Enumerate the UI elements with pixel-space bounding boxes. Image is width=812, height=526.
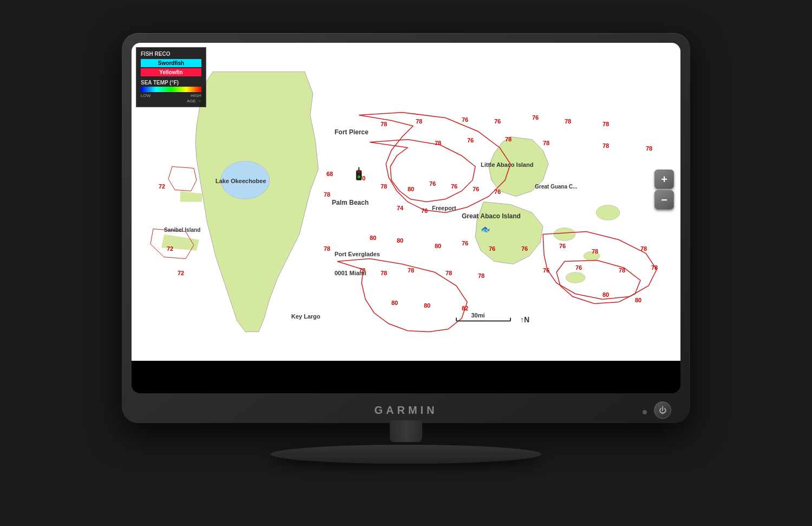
- power-icon: ⏻: [659, 406, 666, 414]
- sea-temp-bar: [141, 87, 201, 92]
- svg-text:0001 Miami: 0001 Miami: [335, 269, 366, 276]
- svg-text:78: 78: [381, 183, 387, 189]
- svg-point-2: [554, 228, 575, 241]
- svg-text:78: 78: [646, 145, 652, 151]
- svg-text:78: 78: [619, 267, 625, 273]
- svg-text:74: 74: [397, 204, 404, 211]
- age-label: AGE →: [141, 99, 201, 103]
- svg-text:72: 72: [159, 183, 165, 189]
- svg-text:78: 78: [603, 142, 609, 148]
- svg-text:76: 76: [462, 116, 468, 122]
- sea-temp-title: SEA TEMP (°F): [141, 80, 201, 86]
- svg-text:Palm Beach: Palm Beach: [332, 198, 369, 206]
- svg-text:78: 78: [651, 264, 658, 270]
- svg-text:78: 78: [505, 135, 512, 142]
- svg-text:76: 76: [467, 137, 474, 143]
- svg-text:76: 76: [451, 183, 457, 189]
- fish-reco-title: FISH RECO: [141, 51, 201, 57]
- svg-text:Great Guana C...: Great Guana C...: [535, 183, 578, 189]
- swordfish-legend: Swordfish: [141, 59, 201, 67]
- stand-base: [271, 445, 541, 464]
- zoom-out-button[interactable]: −: [654, 190, 674, 210]
- power-button[interactable]: ⏻: [654, 401, 671, 419]
- sea-temp-labels: LOW HIGH: [141, 93, 201, 98]
- svg-rect-70: [358, 167, 359, 174]
- screen-bezel: Fort Pierce Lake Okeechobee Palm Beach L…: [132, 43, 680, 393]
- svg-text:↑N: ↑N: [520, 315, 529, 323]
- svg-text:80: 80: [408, 185, 414, 192]
- svg-point-71: [357, 175, 361, 178]
- svg-text:80: 80: [603, 291, 609, 297]
- sea-temp-low: LOW: [141, 93, 150, 98]
- svg-text:76: 76: [421, 207, 428, 213]
- sea-temp-high: HIGH: [191, 93, 201, 98]
- svg-text:Port Everglades: Port Everglades: [335, 250, 380, 257]
- svg-text:78: 78: [324, 245, 330, 251]
- map-area[interactable]: Fort Pierce Lake Okeechobee Palm Beach L…: [132, 43, 680, 361]
- svg-text:Fort Pierce: Fort Pierce: [335, 128, 369, 135]
- brand-name: GARMIN: [374, 404, 437, 417]
- svg-text:78: 78: [359, 267, 365, 273]
- svg-text:80: 80: [397, 237, 403, 243]
- svg-text:78: 78: [435, 139, 441, 146]
- svg-rect-0: [132, 72, 680, 332]
- svg-text:Sanibel Island: Sanibel Island: [164, 226, 200, 232]
- svg-text:80: 80: [391, 299, 398, 306]
- svg-rect-68: [356, 170, 362, 180]
- svg-point-1: [221, 161, 270, 199]
- svg-point-5: [596, 205, 620, 220]
- stand-neck: [390, 420, 422, 442]
- svg-text:78: 78: [603, 120, 609, 127]
- device-bottom: GARMIN: [122, 404, 690, 417]
- svg-text:78: 78: [408, 267, 414, 273]
- device-wrapper: Fort Pierce Lake Okeechobee Palm Beach L…: [108, 33, 704, 493]
- zoom-controls: + −: [654, 170, 674, 210]
- screen: Fort Pierce Lake Okeechobee Palm Beach L…: [132, 43, 680, 361]
- device-stand: [271, 420, 541, 464]
- svg-text:80: 80: [635, 296, 641, 303]
- svg-text:🐟: 🐟: [481, 224, 490, 233]
- svg-text:68: 68: [326, 170, 333, 177]
- svg-text:78: 78: [543, 139, 549, 146]
- svg-text:76: 76: [462, 239, 468, 246]
- svg-text:Freeport: Freeport: [432, 204, 456, 211]
- svg-text:76: 76: [494, 188, 501, 194]
- svg-text:82: 82: [462, 304, 468, 311]
- svg-text:76: 76: [543, 267, 549, 273]
- svg-text:78: 78: [478, 272, 484, 278]
- svg-text:76: 76: [575, 264, 582, 270]
- svg-text:72: 72: [167, 245, 173, 251]
- svg-text:78: 78: [592, 248, 598, 254]
- svg-text:78: 78: [446, 269, 452, 276]
- svg-point-3: [584, 251, 600, 260]
- svg-text:80: 80: [424, 302, 430, 308]
- svg-text:76: 76: [473, 185, 479, 192]
- svg-text:Lake Okeechobee: Lake Okeechobee: [215, 177, 266, 184]
- svg-text:Little Abaco Island: Little Abaco Island: [481, 161, 533, 167]
- legend-overlay: FISH RECO Swordfish Yellowfin SEA TEMP (…: [136, 47, 206, 107]
- svg-text:76: 76: [429, 180, 436, 186]
- zoom-in-button[interactable]: +: [654, 170, 674, 189]
- svg-text:78: 78: [416, 118, 422, 124]
- power-indicator-dot: [643, 410, 647, 414]
- svg-text:78: 78: [381, 269, 387, 276]
- svg-text:30mi: 30mi: [471, 311, 484, 318]
- svg-marker-69: [357, 168, 361, 172]
- svg-text:78: 78: [324, 191, 330, 197]
- svg-text:76: 76: [559, 242, 566, 249]
- svg-text:Key Largo: Key Largo: [291, 313, 320, 319]
- svg-text:80: 80: [435, 242, 441, 249]
- svg-text:78: 78: [381, 120, 387, 127]
- svg-text:76: 76: [532, 114, 539, 120]
- yellowfin-legend: Yellowfin: [141, 68, 201, 76]
- svg-text:76: 76: [494, 118, 501, 124]
- svg-text:78: 78: [565, 118, 571, 124]
- svg-text:80: 80: [370, 234, 376, 241]
- svg-point-4: [566, 272, 585, 283]
- svg-text:76: 76: [489, 245, 495, 251]
- svg-text:78: 78: [640, 245, 647, 251]
- svg-text:72: 72: [178, 269, 184, 276]
- svg-text:76: 76: [521, 245, 528, 251]
- svg-text:70: 70: [359, 174, 365, 181]
- svg-text:Great Abaco Island: Great Abaco Island: [462, 212, 521, 219]
